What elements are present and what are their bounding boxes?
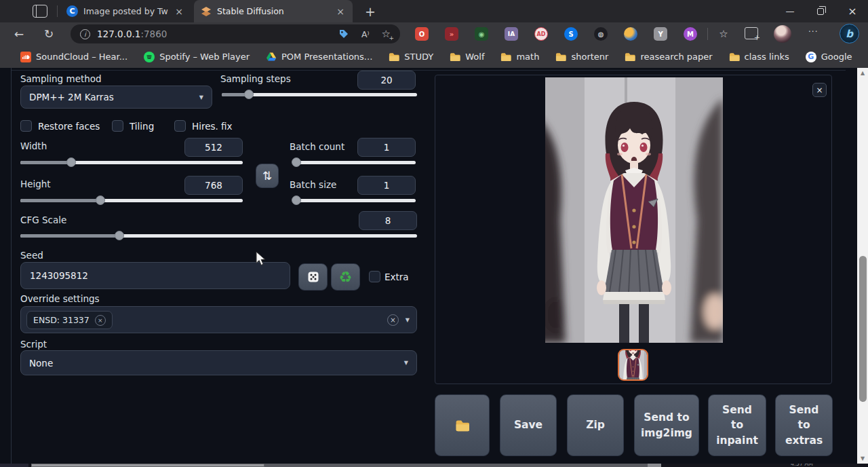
tab-stable-diffusion[interactable]: Stable Diffusion × <box>194 0 353 22</box>
zip-button[interactable]: Zip <box>567 394 624 456</box>
bing-chat-icon[interactable]: b <box>840 24 859 43</box>
swap-dimensions-button[interactable]: ⇅ <box>256 164 279 188</box>
site-info-icon[interactable]: i <box>80 29 90 39</box>
save-button[interactable]: Save <box>500 394 557 456</box>
slider-handle[interactable] <box>292 157 301 167</box>
cfg-scale-slider[interactable] <box>20 234 417 238</box>
reuse-seed-button[interactable]: ♻ <box>331 263 360 291</box>
address-bar[interactable]: i 127.0.0.1:7860 A⁾ ☆ <box>71 24 400 43</box>
width-slider[interactable] <box>20 161 243 164</box>
add-favorite-icon[interactable]: ☆ <box>382 28 391 40</box>
cfg-scale-input[interactable]: 8 <box>359 211 417 230</box>
height-input[interactable]: 768 <box>184 176 243 195</box>
location-pin-icon[interactable]: ◍ <box>594 27 608 41</box>
generated-image[interactable] <box>545 77 723 343</box>
extension-y-icon[interactable]: Y <box>654 27 667 41</box>
globe-icon[interactable] <box>624 27 637 41</box>
window-close-button[interactable]: × <box>839 0 866 22</box>
override-settings-box[interactable]: ENSD: 31337 × × ▼ <box>20 306 417 333</box>
favorites-menu-icon[interactable]: ☆ <box>716 27 731 41</box>
profile-avatar[interactable] <box>774 25 791 43</box>
restore-faces-checkbox[interactable] <box>20 120 32 132</box>
slider-handle[interactable] <box>244 90 254 99</box>
extension-fastforward-icon[interactable]: » <box>445 27 458 41</box>
sampling-method-dropdown[interactable]: DPM++ 2M Karras ▼ <box>20 86 212 109</box>
extension-green-icon[interactable]: ◉ <box>475 27 488 41</box>
clear-all-icon[interactable]: × <box>387 314 399 326</box>
hires-fix-checkbox[interactable] <box>174 120 186 132</box>
height-slider[interactable] <box>20 199 243 202</box>
extra-seed-label: Extra <box>384 272 409 282</box>
bookmark-google[interactable]: GGoogle <box>806 52 852 62</box>
tab-close-icon[interactable]: × <box>335 6 346 17</box>
shazam-icon[interactable]: S <box>564 27 578 41</box>
open-folder-button[interactable] <box>435 394 490 456</box>
read-aloud-icon[interactable]: A⁾ <box>361 29 370 39</box>
bookmark-spotify[interactable]: Spotify – Web Player <box>144 52 250 62</box>
bookmark-shortenr[interactable]: shortenr <box>555 52 608 62</box>
slider-handle[interactable] <box>115 231 124 240</box>
bookmark-pom-presentations[interactable]: POM Presentations... <box>266 52 372 62</box>
tiling-checkbox[interactable] <box>112 120 123 132</box>
batch-size-slider[interactable] <box>293 199 416 202</box>
chevron-down-icon[interactable]: ▼ <box>406 317 410 323</box>
slider-handle[interactable] <box>66 157 76 167</box>
extension-o-icon[interactable]: O <box>415 27 429 41</box>
refresh-button[interactable]: ↻ <box>39 24 58 43</box>
civitai-favicon-icon: C <box>66 5 78 17</box>
sampling-steps-slider[interactable] <box>222 93 417 96</box>
dice-icon <box>307 270 320 284</box>
extra-seed-checkbox[interactable] <box>369 271 380 282</box>
back-button[interactable]: ← <box>9 24 28 43</box>
send-to-inpaint-button[interactable]: Send to inpaint <box>708 394 766 456</box>
pane-divider <box>11 68 12 464</box>
tab-close-icon[interactable]: × <box>174 6 184 17</box>
scroll-up-icon[interactable]: ▲ <box>857 68 868 78</box>
chip-remove-icon[interactable]: × <box>95 315 106 326</box>
bookmark-study[interactable]: STUDY <box>389 52 433 62</box>
bookmark-soundcloud[interactable]: SoundCloud – Hear... <box>20 52 127 62</box>
slider-handle[interactable] <box>292 195 301 205</box>
spotify-icon <box>144 52 155 62</box>
batch-count-label: Batch count <box>290 141 344 152</box>
browser-toolbar: ← ↻ i 127.0.0.1:7860 A⁾ ☆ O » ◉ IA AD S … <box>0 22 868 45</box>
width-input[interactable]: 512 <box>184 138 243 157</box>
collections-icon[interactable] <box>745 27 758 39</box>
scrollbar-thumb[interactable] <box>859 256 867 402</box>
send-to-img2img-button[interactable]: Send to img2img <box>634 394 699 456</box>
batch-count-input[interactable]: 1 <box>357 138 416 157</box>
folder-icon <box>555 52 566 62</box>
gallery-thumbnail[interactable] <box>618 349 648 381</box>
extension-ad-icon[interactable]: AD <box>534 27 548 41</box>
script-dropdown[interactable]: None ▼ <box>20 350 417 375</box>
bookmark-wolf[interactable]: Wolf <box>450 52 484 62</box>
seed-input[interactable]: 1243095812 <box>20 262 290 289</box>
bookmark-reasearch-paper[interactable]: reasearch paper <box>625 52 712 62</box>
chevron-down-icon: ▼ <box>404 360 408 366</box>
workspaces-icon[interactable] <box>33 5 47 18</box>
restore-faces-label: Restore faces <box>38 121 100 132</box>
extension-m-icon[interactable]: M <box>684 27 697 41</box>
tag-icon[interactable] <box>338 29 349 39</box>
stable-diffusion-webui: Sampling method DPM++ 2M Karras ▼ Sampli… <box>0 68 868 464</box>
batch-count-slider[interactable] <box>293 161 416 164</box>
sampling-steps-input[interactable]: 20 <box>357 71 416 90</box>
new-tab-button[interactable]: + <box>361 3 379 20</box>
scroll-down-icon[interactable]: ▼ <box>857 453 868 464</box>
gallery-close-button[interactable]: × <box>812 83 827 97</box>
bookmark-class-links[interactable]: class links <box>729 52 789 62</box>
tab-civitai[interactable]: C Image posted by TwoMoreTimes × <box>60 0 191 22</box>
slider-handle[interactable] <box>96 195 105 205</box>
restore-button[interactable] <box>807 0 834 22</box>
page-scrollbar[interactable]: ▲ ▼ <box>857 68 868 464</box>
batch-size-input[interactable]: 1 <box>357 176 416 195</box>
settings-menu-icon[interactable]: ··· <box>808 27 818 37</box>
minimize-button[interactable]: — <box>776 0 804 22</box>
send-to-extras-button[interactable]: Send to extras <box>775 394 833 456</box>
random-seed-button[interactable] <box>298 263 328 291</box>
tab-title: Image posted by TwoMoreTimes <box>83 6 168 16</box>
bookmark-math[interactable]: math <box>500 52 539 62</box>
height-label: Height <box>20 179 51 189</box>
override-chip[interactable]: ENSD: 31337 × <box>26 311 113 329</box>
extension-ia-icon[interactable]: IA <box>505 27 518 41</box>
